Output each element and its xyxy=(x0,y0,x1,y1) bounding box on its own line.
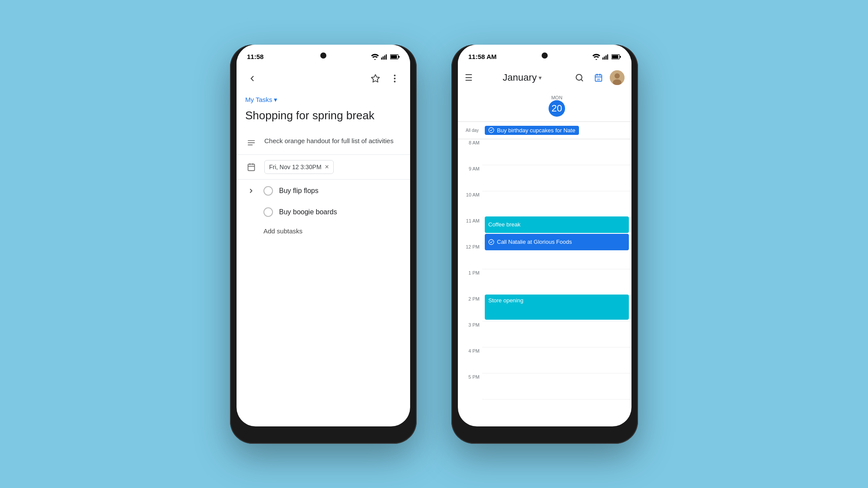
svg-rect-5 xyxy=(398,56,400,57)
svg-rect-3 xyxy=(386,54,387,59)
svg-rect-21 xyxy=(607,54,608,59)
my-tasks-label[interactable]: My Tasks ▾ xyxy=(245,96,401,104)
store-opening-event[interactable]: Store opening xyxy=(485,295,629,320)
today-button[interactable]: 20 xyxy=(591,70,606,85)
time-12pm: 12 PM xyxy=(458,243,482,269)
subtask-1-checkbox[interactable] xyxy=(263,186,273,196)
time-8am: 8 AM xyxy=(458,139,482,165)
hour-4 xyxy=(482,347,631,373)
svg-rect-18 xyxy=(602,57,603,59)
add-subtasks-button[interactable]: Add subtasks xyxy=(245,222,401,240)
calendar-app: All day 8 AM 9 AM 10 AM 11 AM 12 PM 1 PM… xyxy=(458,91,631,426)
all-day-event-1[interactable]: Buy birthday cupcakes for Nate xyxy=(485,126,579,135)
svg-rect-23 xyxy=(620,56,621,57)
camera-dot xyxy=(320,52,326,59)
task-title: Shopping for spring break xyxy=(237,105,410,129)
date-chip[interactable]: Fri, Nov 12 3:30PM × xyxy=(264,160,334,174)
time-3pm: 3 PM xyxy=(458,321,482,347)
notes-text: Check orange handout for full list of ac… xyxy=(264,136,394,146)
hour-10 xyxy=(482,191,631,217)
svg-rect-1 xyxy=(383,56,384,59)
task-check-icon-2 xyxy=(488,239,494,245)
all-day-event-1-label: Buy birthday cupcakes for Nate xyxy=(497,127,575,134)
coffee-break-event[interactable]: Coffee break xyxy=(485,216,629,233)
svg-rect-20 xyxy=(605,55,606,59)
subtask-2-checkbox[interactable] xyxy=(263,207,273,217)
signal-icon xyxy=(381,54,388,60)
hour-1 xyxy=(482,269,631,295)
svg-rect-14 xyxy=(248,164,255,170)
date-chip-text: Fri, Nov 12 3:30PM xyxy=(269,164,322,170)
signal-icon-2 xyxy=(602,54,609,60)
call-natalie-label: Call Natalie at Glorious Foods xyxy=(497,239,572,245)
svg-text:20: 20 xyxy=(597,78,600,80)
status-icons-2 xyxy=(592,54,621,60)
star-button[interactable] xyxy=(367,70,384,87)
date-chip-close[interactable]: × xyxy=(325,163,329,171)
phone-calendar: 11:58 AM xyxy=(451,45,638,444)
coffee-break-label: Coffee break xyxy=(488,221,520,228)
wifi-icon-2 xyxy=(592,54,600,60)
time-1pm: 1 PM xyxy=(458,269,482,295)
date-header: Mon 20 xyxy=(482,91,631,122)
calendar-icon xyxy=(245,161,257,173)
svg-point-8 xyxy=(394,75,395,76)
svg-point-35 xyxy=(489,128,494,133)
svg-marker-7 xyxy=(372,74,379,82)
right-icons xyxy=(367,70,403,87)
tasks-content: Check orange handout for full list of ac… xyxy=(237,129,410,426)
tasks-toolbar xyxy=(237,66,410,92)
notes-row: Check orange handout for full list of ac… xyxy=(245,131,401,154)
status-time: 11:58 xyxy=(247,53,263,60)
task-check-icon xyxy=(488,127,494,133)
svg-rect-6 xyxy=(391,55,397,59)
subtask-row-1: Buy flip flops xyxy=(245,180,401,202)
subtask-indent-icon xyxy=(245,185,257,197)
time-11am: 11 AM xyxy=(458,217,482,243)
month-title: January ▾ xyxy=(503,72,541,83)
notes-icon xyxy=(245,137,257,149)
store-opening-label: Store opening xyxy=(488,297,523,304)
battery-icon xyxy=(390,54,400,59)
subtask-2-label: Buy boogie boards xyxy=(279,208,337,216)
subtask-1-label: Buy flip flops xyxy=(279,187,319,195)
hour-5 xyxy=(482,373,631,400)
svg-rect-2 xyxy=(384,55,385,59)
phone-tasks: 11:58 xyxy=(230,45,417,444)
hour-9 xyxy=(482,165,631,191)
day-name: Mon xyxy=(551,95,562,100)
month-arrow: ▾ xyxy=(539,74,542,81)
hour-3 xyxy=(482,321,631,347)
svg-point-9 xyxy=(394,78,395,79)
calendar-right-icons: 20 xyxy=(572,70,625,85)
svg-point-10 xyxy=(394,81,395,82)
hour-8 xyxy=(482,139,631,165)
all-day-events-area: Buy birthday cupcakes for Nate xyxy=(482,122,631,139)
time-4pm: 4 PM xyxy=(458,347,482,373)
month-label: January xyxy=(503,72,536,83)
menu-icon[interactable]: ☰ xyxy=(465,72,473,83)
breadcrumb: My Tasks ▾ xyxy=(237,92,410,105)
events-column: Mon 20 Buy birthday cupcakes for Nate xyxy=(482,91,631,426)
svg-rect-19 xyxy=(604,56,605,59)
date-header-gutter xyxy=(458,91,482,122)
user-avatar[interactable] xyxy=(610,70,625,85)
time-gutter: All day 8 AM 9 AM 10 AM 11 AM 12 PM 1 PM… xyxy=(458,91,482,426)
camera-dot-2 xyxy=(542,52,548,59)
time-9am: 9 AM xyxy=(458,165,482,191)
subtask-row-2: Buy boogie boards xyxy=(245,202,401,222)
back-button[interactable] xyxy=(243,70,261,87)
status-time-2: 11:58 AM xyxy=(468,53,496,60)
status-icons xyxy=(371,54,400,60)
call-natalie-event[interactable]: Call Natalie at Glorious Foods xyxy=(485,234,629,250)
more-button[interactable] xyxy=(386,70,403,87)
time-2pm: 2 PM xyxy=(458,295,482,321)
battery-icon-2 xyxy=(612,54,621,59)
calendar-toolbar: ☰ January ▾ 2 xyxy=(458,66,631,91)
svg-point-36 xyxy=(489,239,494,245)
svg-rect-24 xyxy=(612,55,618,59)
svg-point-33 xyxy=(615,73,620,79)
search-button[interactable] xyxy=(572,70,587,85)
allday-label: All day xyxy=(458,122,482,139)
svg-line-26 xyxy=(581,79,583,81)
